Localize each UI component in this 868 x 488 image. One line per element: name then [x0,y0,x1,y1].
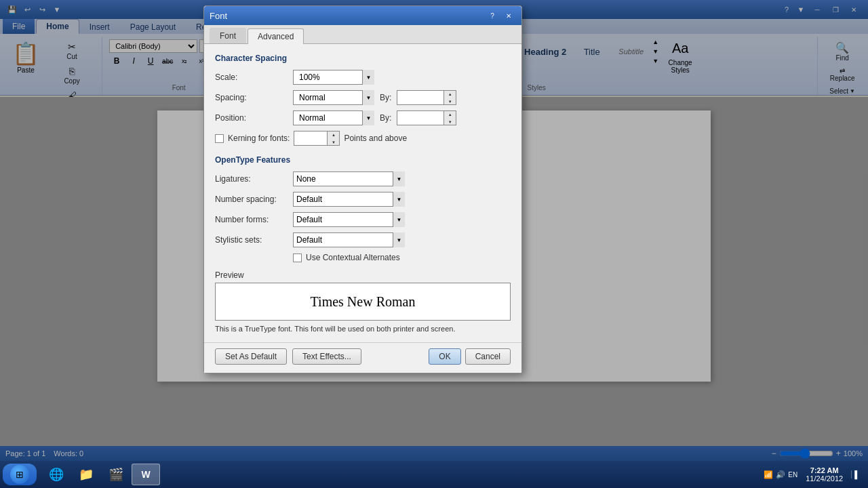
preview-box: Times New Roman [215,283,511,321]
ligatures-row: Ligatures: None ▼ [215,171,511,186]
taskbar-ie[interactable]: 🌐 [42,464,71,485]
scale-select-wrapper: 100% ▼ [293,70,374,85]
stylistic-sets-label: Stylistic sets: [215,235,293,245]
taskbar-media-player[interactable]: 🎬 [102,464,130,485]
ok-button[interactable]: OK [429,348,460,365]
kerning-label: Kerning for fonts: [228,134,290,143]
position-select[interactable]: Normal [293,110,374,125]
clock-date: 11/24/2012 [806,474,843,483]
kerning-input[interactable] [294,131,328,146]
character-spacing-title: Character Spacing [215,54,511,63]
dialog-help-button[interactable]: ? [485,9,500,22]
opentype-title: OpenType Features [215,155,511,165]
ligatures-select[interactable]: None [293,171,405,186]
spacing-label: Spacing: [215,93,293,102]
dialog-tabs: Font Advanced [204,25,521,44]
dialog-close-button[interactable]: ✕ [501,9,516,22]
system-tray: 📶 🔊 EN [764,470,797,479]
position-select-wrapper: Normal ▼ [293,110,374,125]
taskbar-apps: 🌐 📁 🎬 W [42,464,160,485]
set-default-button[interactable]: Set As Default [215,348,287,365]
number-spacing-select-wrapper: Default ▼ [293,192,405,207]
kerning-spin-up: ▲ [328,131,339,139]
spacing-select-wrapper: Normal ▼ [293,90,374,105]
number-spacing-select[interactable]: Default [293,192,405,207]
clock-time: 7:22 AM [806,466,843,474]
spin-up-icon: ▲ [444,91,456,98]
pos-spin-down-icon: ▼ [444,119,456,126]
use-contextual-checkbox[interactable] [293,253,302,262]
opentype-section: OpenType Features Ligatures: None ▼ Numb… [215,155,511,262]
stylistic-sets-select-wrapper: Default ▼ [293,232,405,247]
tray-network-icon: 📶 [764,470,773,479]
kerning-spin[interactable]: ▲ ▼ [328,131,340,146]
tray-ime-icon: EN [788,471,797,479]
preview-section: Preview Times New Roman This is a TrueTy… [215,270,511,333]
number-spacing-label: Number spacing: [215,195,293,204]
position-by-label: By: [380,113,391,123]
dialog-body: Character Spacing Scale: 100% ▼ Spacing:… [204,44,521,342]
kerning-input-wrapper: ▲ ▼ [294,131,340,146]
spacing-by-input-wrapper: ▲ ▼ [397,90,456,105]
number-forms-select-wrapper: Default ▼ [293,212,405,227]
use-contextual-row: Use Contextual Alternates [215,253,511,262]
dialog-controls: ? ✕ [485,9,516,22]
dialog-tab-advanced[interactable]: Advanced [248,28,304,44]
ligatures-label: Ligatures: [215,174,293,184]
cancel-button[interactable]: Cancel [465,348,511,365]
use-contextual-label: Use Contextual Alternates [306,253,400,262]
spin-down-icon: ▼ [444,98,456,106]
spacing-row: Spacing: Normal ▼ By: ▲ ▼ [215,90,511,105]
dialog-tab-font[interactable]: Font [210,28,246,43]
spacing-by-input[interactable] [397,90,444,105]
text-effects-button[interactable]: Text Effects... [292,348,361,365]
kerning-row: Kerning for fonts: ▲ ▼ Points and above [215,131,511,146]
position-label: Position: [215,113,293,123]
ligatures-select-wrapper: None ▼ [293,171,405,186]
spacing-by-spin[interactable]: ▲ ▼ [444,90,456,105]
dialog-titlebar: Font ? ✕ [204,6,521,25]
dialog-footer-right: OK Cancel [429,348,511,365]
stylistic-sets-select[interactable]: Default [293,232,405,247]
start-orb-icon: ⊞ [10,465,29,484]
scale-select[interactable]: 100% [293,70,374,85]
kerning-suffix: Points and above [344,134,407,143]
pos-spin-up-icon: ▲ [444,111,456,119]
taskbar: ⊞ 🌐 📁 🎬 W 📶 🔊 EN 7:22 AM 11/24/2012 ▌ [0,461,868,488]
kerning-checkbox[interactable] [215,134,224,143]
clock: 7:22 AM 11/24/2012 [802,466,847,483]
spacing-select[interactable]: Normal [293,90,374,105]
preview-label: Preview [215,270,511,280]
font-dialog: Font ? ✕ Font Advanced Character Spacing… [203,5,522,373]
dialog-title: Font [210,11,485,21]
position-by-spin[interactable]: ▲ ▼ [444,110,456,125]
number-spacing-row: Number spacing: Default ▼ [215,192,511,207]
taskbar-right: 📶 🔊 EN 7:22 AM 11/24/2012 ▌ [764,466,865,483]
scale-row: Scale: 100% ▼ [215,70,511,85]
show-desktop-icon[interactable]: ▌ [851,470,860,479]
position-row: Position: Normal ▼ By: ▲ ▼ [215,110,511,125]
stylistic-sets-row: Stylistic sets: Default ▼ [215,232,511,247]
preview-text: Times New Roman [311,294,416,310]
scale-label: Scale: [215,73,293,82]
position-by-input[interactable] [397,110,444,125]
tray-sound-icon: 🔊 [776,470,785,479]
preview-description: This is a TrueType font. This font will … [215,325,511,333]
spacing-by-label: By: [380,93,391,102]
kerning-spin-down: ▼ [328,139,339,146]
number-forms-label: Number forms: [215,215,293,224]
taskbar-explorer[interactable]: 📁 [72,464,100,485]
number-forms-row: Number forms: Default ▼ [215,212,511,227]
position-by-input-wrapper: ▲ ▼ [397,110,456,125]
number-forms-select[interactable]: Default [293,212,405,227]
start-button[interactable]: ⊞ [3,464,37,485]
dialog-footer: Set As Default Text Effects... OK Cancel [204,342,521,373]
taskbar-word[interactable]: W [132,464,160,485]
